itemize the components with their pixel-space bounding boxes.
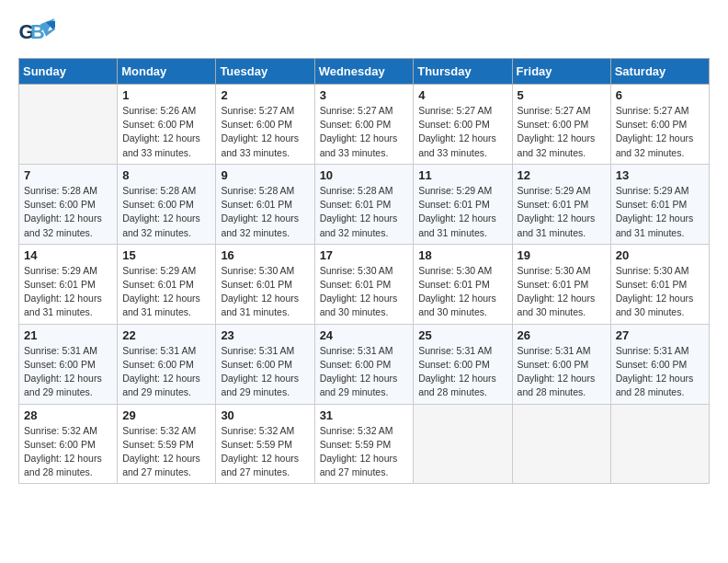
day-info: Sunrise: 5:31 AMSunset: 6:00 PMDaylight:… — [122, 344, 210, 400]
day-number: 8 — [122, 168, 210, 182]
calendar-cell: 8Sunrise: 5:28 AMSunset: 6:00 PMDaylight… — [118, 164, 216, 244]
day-number: 7 — [24, 168, 112, 182]
calendar-cell — [512, 404, 610, 484]
day-info: Sunrise: 5:30 AMSunset: 6:01 PMDaylight:… — [221, 264, 309, 320]
day-info: Sunrise: 5:30 AMSunset: 6:01 PMDaylight:… — [320, 264, 409, 320]
day-info: Sunrise: 5:27 AMSunset: 6:00 PMDaylight:… — [221, 104, 309, 160]
calendar-cell: 21Sunrise: 5:31 AMSunset: 6:00 PMDayligh… — [19, 324, 118, 404]
day-info: Sunrise: 5:29 AMSunset: 6:01 PMDaylight:… — [616, 184, 704, 240]
calendar-cell: 29Sunrise: 5:32 AMSunset: 5:59 PMDayligh… — [118, 404, 216, 484]
day-info: Sunrise: 5:31 AMSunset: 6:00 PMDaylight:… — [221, 344, 309, 400]
weekday-header-thursday: Thursday — [414, 59, 512, 85]
day-info: Sunrise: 5:28 AMSunset: 6:00 PMDaylight:… — [24, 184, 112, 240]
calendar-cell: 15Sunrise: 5:29 AMSunset: 6:01 PMDayligh… — [118, 244, 216, 324]
calendar-cell — [19, 85, 118, 165]
calendar-cell: 6Sunrise: 5:27 AMSunset: 6:00 PMDaylight… — [610, 85, 709, 165]
calendar-week-row: 14Sunrise: 5:29 AMSunset: 6:01 PMDayligh… — [19, 244, 710, 324]
day-info: Sunrise: 5:31 AMSunset: 6:00 PMDaylight:… — [616, 344, 704, 400]
calendar-cell: 9Sunrise: 5:28 AMSunset: 6:01 PMDaylight… — [216, 164, 314, 244]
calendar-cell: 2Sunrise: 5:27 AMSunset: 6:00 PMDaylight… — [216, 85, 314, 165]
calendar-cell: 31Sunrise: 5:32 AMSunset: 5:59 PMDayligh… — [314, 404, 414, 484]
calendar-week-row: 21Sunrise: 5:31 AMSunset: 6:00 PMDayligh… — [19, 324, 710, 404]
day-number: 19 — [518, 248, 606, 262]
day-number: 29 — [122, 408, 210, 422]
calendar-cell: 26Sunrise: 5:31 AMSunset: 6:00 PMDayligh… — [512, 324, 610, 404]
calendar-cell: 5Sunrise: 5:27 AMSunset: 6:00 PMDaylight… — [512, 85, 610, 165]
day-number: 10 — [320, 168, 409, 182]
weekday-header-friday: Friday — [512, 59, 610, 85]
day-number: 21 — [24, 328, 112, 342]
calendar-cell: 1Sunrise: 5:26 AMSunset: 6:00 PMDaylight… — [118, 85, 216, 165]
day-number: 24 — [320, 328, 409, 342]
calendar-cell: 27Sunrise: 5:31 AMSunset: 6:00 PMDayligh… — [610, 324, 709, 404]
day-info: Sunrise: 5:30 AMSunset: 6:01 PMDaylight:… — [616, 264, 704, 320]
day-number: 13 — [616, 168, 704, 182]
calendar-week-row: 1Sunrise: 5:26 AMSunset: 6:00 PMDaylight… — [19, 85, 710, 165]
day-info: Sunrise: 5:31 AMSunset: 6:00 PMDaylight:… — [418, 344, 506, 400]
day-number: 30 — [221, 408, 309, 422]
weekday-header-saturday: Saturday — [610, 59, 709, 85]
day-info: Sunrise: 5:31 AMSunset: 6:00 PMDaylight:… — [518, 344, 606, 400]
day-number: 14 — [24, 248, 112, 262]
calendar-cell — [414, 404, 512, 484]
calendar-cell: 13Sunrise: 5:29 AMSunset: 6:01 PMDayligh… — [610, 164, 709, 244]
day-number: 4 — [418, 88, 506, 102]
calendar-cell: 19Sunrise: 5:30 AMSunset: 6:01 PMDayligh… — [512, 244, 610, 324]
page-header: G B — [18, 18, 710, 49]
calendar-cell: 3Sunrise: 5:27 AMSunset: 6:00 PMDaylight… — [314, 85, 414, 165]
calendar-cell: 23Sunrise: 5:31 AMSunset: 6:00 PMDayligh… — [216, 324, 314, 404]
day-number: 15 — [122, 248, 210, 262]
day-info: Sunrise: 5:29 AMSunset: 6:01 PMDaylight:… — [518, 184, 606, 240]
day-info: Sunrise: 5:28 AMSunset: 6:01 PMDaylight:… — [221, 184, 309, 240]
calendar-week-row: 7Sunrise: 5:28 AMSunset: 6:00 PMDaylight… — [19, 164, 710, 244]
day-info: Sunrise: 5:30 AMSunset: 6:01 PMDaylight:… — [418, 264, 506, 320]
calendar-cell: 22Sunrise: 5:31 AMSunset: 6:00 PMDayligh… — [118, 324, 216, 404]
day-info: Sunrise: 5:32 AMSunset: 5:59 PMDaylight:… — [221, 424, 309, 480]
calendar-cell: 10Sunrise: 5:28 AMSunset: 6:01 PMDayligh… — [314, 164, 414, 244]
day-number: 1 — [122, 88, 210, 102]
day-number: 5 — [518, 88, 606, 102]
day-number: 2 — [221, 88, 309, 102]
day-number: 16 — [221, 248, 309, 262]
day-info: Sunrise: 5:32 AMSunset: 5:59 PMDaylight:… — [320, 424, 409, 480]
calendar-table: SundayMondayTuesdayWednesdayThursdayFrid… — [18, 58, 710, 484]
day-info: Sunrise: 5:27 AMSunset: 6:00 PMDaylight:… — [518, 104, 606, 160]
day-info: Sunrise: 5:27 AMSunset: 6:00 PMDaylight:… — [616, 104, 704, 160]
day-number: 6 — [616, 88, 704, 102]
calendar-week-row: 28Sunrise: 5:32 AMSunset: 6:00 PMDayligh… — [19, 404, 710, 484]
day-info: Sunrise: 5:32 AMSunset: 6:00 PMDaylight:… — [24, 424, 112, 480]
weekday-header-tuesday: Tuesday — [216, 59, 314, 85]
day-number: 22 — [122, 328, 210, 342]
calendar-cell: 17Sunrise: 5:30 AMSunset: 6:01 PMDayligh… — [314, 244, 414, 324]
calendar-cell: 12Sunrise: 5:29 AMSunset: 6:01 PMDayligh… — [512, 164, 610, 244]
day-number: 11 — [418, 168, 506, 182]
calendar-cell: 11Sunrise: 5:29 AMSunset: 6:01 PMDayligh… — [414, 164, 512, 244]
day-info: Sunrise: 5:28 AMSunset: 6:00 PMDaylight:… — [122, 184, 210, 240]
calendar-cell: 25Sunrise: 5:31 AMSunset: 6:00 PMDayligh… — [414, 324, 512, 404]
calendar-cell: 4Sunrise: 5:27 AMSunset: 6:00 PMDaylight… — [414, 85, 512, 165]
calendar-cell: 20Sunrise: 5:30 AMSunset: 6:01 PMDayligh… — [610, 244, 709, 324]
logo-icon: G B — [18, 18, 55, 51]
calendar-cell: 16Sunrise: 5:30 AMSunset: 6:01 PMDayligh… — [216, 244, 314, 324]
weekday-header-sunday: Sunday — [19, 59, 118, 85]
day-number: 26 — [518, 328, 606, 342]
day-info: Sunrise: 5:29 AMSunset: 6:01 PMDaylight:… — [122, 264, 210, 320]
weekday-header-monday: Monday — [118, 59, 216, 85]
day-info: Sunrise: 5:27 AMSunset: 6:00 PMDaylight:… — [418, 104, 506, 160]
day-number: 3 — [320, 88, 409, 102]
calendar-cell: 18Sunrise: 5:30 AMSunset: 6:01 PMDayligh… — [414, 244, 512, 324]
logo: G B — [18, 18, 55, 49]
day-number: 9 — [221, 168, 309, 182]
day-number: 25 — [418, 328, 506, 342]
day-number: 17 — [320, 248, 409, 262]
calendar-header-row: SundayMondayTuesdayWednesdayThursdayFrid… — [19, 59, 710, 85]
calendar-cell: 14Sunrise: 5:29 AMSunset: 6:01 PMDayligh… — [19, 244, 118, 324]
day-info: Sunrise: 5:31 AMSunset: 6:00 PMDaylight:… — [320, 344, 409, 400]
calendar-cell: 7Sunrise: 5:28 AMSunset: 6:00 PMDaylight… — [19, 164, 118, 244]
calendar-cell: 30Sunrise: 5:32 AMSunset: 5:59 PMDayligh… — [216, 404, 314, 484]
day-number: 27 — [616, 328, 704, 342]
day-info: Sunrise: 5:30 AMSunset: 6:01 PMDaylight:… — [518, 264, 606, 320]
weekday-header-wednesday: Wednesday — [314, 59, 414, 85]
day-info: Sunrise: 5:26 AMSunset: 6:00 PMDaylight:… — [122, 104, 210, 160]
day-info: Sunrise: 5:32 AMSunset: 5:59 PMDaylight:… — [122, 424, 210, 480]
